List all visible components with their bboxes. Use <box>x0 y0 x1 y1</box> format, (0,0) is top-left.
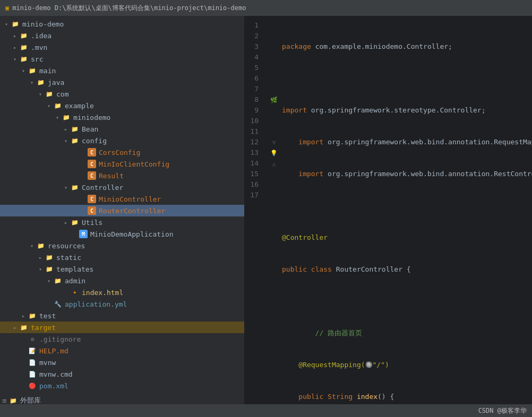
watermark: CSDN @极客李华 <box>478 406 527 415</box>
project-icon: ▣ <box>5 4 9 12</box>
folder-icon: 📁 <box>45 266 54 273</box>
folder-icon: 📁 <box>53 102 63 109</box>
item-label: resources <box>48 242 85 250</box>
line-8: 8 <box>244 94 263 105</box>
item-label: .gitignore <box>39 335 81 343</box>
folder-icon: 📁 <box>45 91 54 98</box>
tree-item-static[interactable]: 📁 static <box>0 251 244 263</box>
gutter-1 <box>268 20 280 31</box>
tree-item-mvnwcmd[interactable]: 📄 mvnw.cmd <box>0 368 244 380</box>
tree-item-idea[interactable]: 📁 .idea <box>0 30 244 41</box>
tree-item-minioclientconfig[interactable]: C MinIoClientConfig <box>0 158 244 170</box>
item-label: main <box>39 67 56 75</box>
code-line-12: public String index() { <box>280 392 532 402</box>
folder-icon: 📁 <box>62 114 71 121</box>
item-label: example <box>65 102 94 110</box>
tree-item-java[interactable]: 📁 java <box>0 76 244 88</box>
gutter-15 <box>268 169 280 179</box>
pom-icon: 🔴 <box>28 383 37 389</box>
folder-icon: 📁 <box>19 44 29 51</box>
gutter: 🌿 ▽ 💡 △ <box>268 16 280 404</box>
item-label: com <box>56 90 68 98</box>
tree-item-com[interactable]: 📁 com <box>0 88 244 100</box>
line-3: 3 <box>244 41 263 52</box>
item-label: Utils <box>82 219 102 227</box>
tree-item-result[interactable]: C Result <box>0 170 244 181</box>
gutter-17 <box>268 190 280 201</box>
gutter-6 <box>268 73 280 84</box>
item-label: Controller <box>82 184 123 192</box>
tree-item-external-libs[interactable]: ≡ 📁 外部库 <box>0 395 244 404</box>
tree-item-admin[interactable]: 📁 admin <box>0 275 244 286</box>
tree-item-mvn[interactable]: 📁 .mvn <box>0 41 244 53</box>
tree-item-minio-demo[interactable]: 📁 minio-demo <box>0 18 244 30</box>
line-7: 7 <box>244 84 263 94</box>
tree-item-templates[interactable]: 📁 templates <box>0 263 244 275</box>
gutter-4 <box>268 52 280 63</box>
code-content[interactable]: package com.example.miniodemo.Controller… <box>280 16 532 404</box>
item-label: miniodemo <box>73 114 110 121</box>
line-17: 17 <box>244 190 263 201</box>
gutter-2 <box>268 31 280 41</box>
line-2: 2 <box>244 31 263 41</box>
tree-item-routercontroller[interactable]: C RouterController <box>0 205 244 216</box>
item-label: MinioDemoApplication <box>90 230 174 238</box>
folder-icon: 📁 <box>11 21 20 28</box>
code-line-6 <box>280 201 532 211</box>
gutter-16 <box>268 179 280 190</box>
editor-area: ▲2 1 2 3 4 5 6 7 8 9 10 11 12 13 14 15 1… <box>244 16 532 404</box>
code-area[interactable]: ▲2 1 2 3 4 5 6 7 8 9 10 11 12 13 14 15 1… <box>244 16 532 404</box>
tree-item-resources[interactable]: 📁 resources <box>0 240 244 251</box>
line-5: 5 <box>244 63 263 73</box>
gutter-12: ▽ <box>268 137 280 147</box>
class-icon: C <box>87 195 97 203</box>
item-label: index.html <box>82 289 123 297</box>
line-11: 11 <box>244 126 263 137</box>
item-label: mvnw <box>39 359 56 367</box>
item-label: Result <box>99 172 124 180</box>
folder-icon: 📁 <box>28 312 37 319</box>
tree-item-src[interactable]: 📁 src <box>0 53 244 65</box>
tree-item-helpmd[interactable]: 📝 HELP.md <box>0 345 244 357</box>
gutter-8: 🌿 <box>268 94 280 105</box>
gutter-3 <box>268 41 280 52</box>
arrow-resources <box>28 243 36 249</box>
arrow-main <box>19 68 28 74</box>
item-label: static <box>56 254 81 262</box>
tree-item-mvnw[interactable]: 📄 mvnw <box>0 357 244 368</box>
folder-icon: 📁 <box>19 56 29 63</box>
line-14: 14 <box>244 158 263 169</box>
tree-item-target[interactable]: 📁 target <box>0 322 244 333</box>
line-12: 12 <box>244 137 263 147</box>
item-label: mvnw.cmd <box>39 370 73 378</box>
tree-item-test[interactable]: 📁 test <box>0 310 244 322</box>
tree-item-utils[interactable]: 📁 Utils <box>0 216 244 228</box>
tree-item-config[interactable]: 📁 config <box>0 135 244 146</box>
line-13: 13 <box>244 147 263 158</box>
tree-item-indexhtml[interactable]: 🔸 index.html <box>0 286 244 298</box>
tree-item-pomxml[interactable]: 🔴 pom.xml <box>0 380 244 392</box>
yml-icon: 🔧 <box>53 301 63 308</box>
line-16: 16 <box>244 179 263 190</box>
arrow-utils <box>62 220 70 225</box>
item-label: minio-demo <box>22 20 64 28</box>
class-icon: C <box>87 148 97 157</box>
item-label: admin <box>65 277 85 285</box>
tree-item-corsconfig[interactable]: C CorsConfig <box>0 146 244 158</box>
tree-item-miniodemo[interactable]: 📁 miniodemo <box>0 111 244 123</box>
html-icon: 🔸 <box>70 289 80 296</box>
tree-item-example[interactable]: 📁 example <box>0 100 244 111</box>
gutter-14: △ <box>268 158 280 169</box>
tree-item-bean[interactable]: 📁 Bean <box>0 123 244 135</box>
tree-item-miniocontroller[interactable]: C MinioController <box>0 193 244 205</box>
arrow-static <box>36 255 45 260</box>
arrow-bean <box>62 126 70 132</box>
code-line-8: public class RouterController { <box>280 264 532 275</box>
tree-item-main[interactable]: 📁 main <box>0 65 244 76</box>
tree-item-appyml[interactable]: 🔧 application.yml <box>0 298 244 310</box>
folder-icon: 📁 <box>70 126 80 133</box>
tree-item-miniodemoapp[interactable]: M MinioDemoApplication <box>0 228 244 240</box>
tree-item-controller[interactable]: 📁 Controller <box>0 181 244 193</box>
folder-icon: 📁 <box>70 219 80 226</box>
tree-item-gitignore[interactable]: ⚙ .gitignore <box>0 333 244 345</box>
